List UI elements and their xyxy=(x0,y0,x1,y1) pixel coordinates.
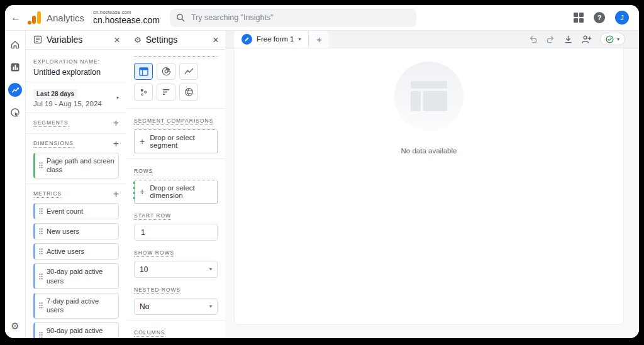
download-icon[interactable] xyxy=(564,35,573,44)
visualization-card: No data available xyxy=(234,48,624,325)
metric-chip-label: 30-day paid active users xyxy=(47,267,114,285)
drag-handle-icon[interactable] xyxy=(39,273,43,280)
add-tab-button[interactable]: + xyxy=(308,30,329,48)
show-rows-label: SHOW ROWS xyxy=(134,249,174,257)
browser-window: ← Analytics cn.hostease.com cn.hostease.… xyxy=(5,5,639,338)
metrics-section: METRICS + Event count New users Active u… xyxy=(26,184,126,338)
drag-handle-icon[interactable] xyxy=(39,162,43,168)
add-dimension-button[interactable]: + xyxy=(113,139,119,149)
metric-chip[interactable]: 90-day paid active users xyxy=(33,322,119,338)
chevron-down-icon[interactable]: ▾ xyxy=(298,36,301,42)
search-icon xyxy=(176,13,185,22)
segment-dropzone[interactable]: + Drop or select segment xyxy=(134,129,218,153)
segment-dropzone-label: Drop or select segment xyxy=(150,134,212,149)
undo-icon[interactable] xyxy=(528,35,538,44)
admin-gear-icon[interactable]: ⚙ xyxy=(11,320,19,332)
close-settings-icon[interactable]: × xyxy=(213,35,219,45)
metric-chip[interactable]: New users xyxy=(33,223,119,239)
metric-chip[interactable]: Event count xyxy=(33,203,119,219)
plus-icon: + xyxy=(140,187,145,196)
back-button[interactable]: ← xyxy=(5,12,26,23)
account-switcher[interactable]: cn.hostease.com cn.hostease.com xyxy=(93,10,160,25)
chevron-down-icon: ▾ xyxy=(116,95,119,101)
chevron-down-icon: ▾ xyxy=(209,304,212,309)
rows-dropzone[interactable]: + Drop or select dimension xyxy=(134,180,218,204)
metric-chip[interactable]: Active users xyxy=(33,243,119,260)
exploration-canvas: Free form 1 ▾ + xyxy=(225,30,639,338)
canvas-toolbar: ▾ xyxy=(528,30,625,48)
start-row-field xyxy=(134,224,218,241)
drag-handle-icon[interactable] xyxy=(39,332,43,338)
metric-chip-label: Active users xyxy=(47,247,84,256)
segments-section: SEGMENTS + xyxy=(26,113,126,134)
nav-reports-icon[interactable] xyxy=(8,60,22,74)
dimension-chip[interactable]: Page path and screen class xyxy=(33,153,119,178)
settings-panel-title: Settings xyxy=(146,35,178,45)
nav-home-icon[interactable] xyxy=(8,38,22,52)
rows-section: ROWS + Drop or select dimension START RO… xyxy=(126,159,225,320)
drag-handle-icon[interactable] xyxy=(39,302,43,309)
start-row-input[interactable] xyxy=(140,227,212,238)
columns-label: COLUMNS xyxy=(134,329,165,337)
apps-grid-icon[interactable] xyxy=(574,13,584,23)
variables-panel-header: Variables × xyxy=(26,30,126,50)
tab-label: Free form 1 xyxy=(257,35,294,43)
exploration-name-value[interactable]: Untitled exploration xyxy=(33,68,119,77)
share-add-user-icon[interactable] xyxy=(581,35,592,44)
nested-rows-value: No xyxy=(140,302,149,311)
start-row-label: START ROW xyxy=(134,212,171,220)
nested-rows-label: NESTED ROWS xyxy=(134,287,180,294)
date-range-picker[interactable]: Last 28 days Jul 19 - Aug 15, 2024 ▾ xyxy=(33,87,119,107)
edit-pencil-icon xyxy=(242,34,252,45)
drag-handle-icon[interactable] xyxy=(39,248,43,255)
viz-donut-button[interactable] xyxy=(157,63,175,80)
columns-section: COLUMNS + Drop or select dimension START… xyxy=(126,320,225,338)
empty-table-placeholder-icon xyxy=(394,62,464,131)
close-variables-icon[interactable]: × xyxy=(114,35,120,45)
viz-scatter-button[interactable] xyxy=(134,84,153,101)
variables-panel: Variables × EXPLORATION NAME: Untitled e… xyxy=(25,30,127,338)
empty-state-text: No data available xyxy=(401,147,457,155)
date-range-value: Jul 19 - Aug 15, 2024 xyxy=(33,100,102,107)
viz-table-button[interactable] xyxy=(134,63,153,80)
account-name: cn.hostease.com xyxy=(93,16,160,25)
dimension-chip-label: Page path and screen class xyxy=(47,156,114,175)
left-nav-rail: ⚙ xyxy=(5,30,25,338)
settings-panel: ⚙ Settings × xyxy=(126,30,226,338)
product-name: Analytics xyxy=(47,13,84,23)
variables-icon xyxy=(33,35,42,44)
avatar[interactable]: J xyxy=(615,11,629,25)
metric-chip-label: 90-day paid active users xyxy=(47,326,114,338)
metric-chip-label: New users xyxy=(47,227,79,236)
date-preset-chip: Last 28 days xyxy=(33,89,77,99)
metric-chip[interactable]: 30-day paid active users xyxy=(33,263,119,289)
viz-line-chart-button[interactable] xyxy=(179,63,198,80)
drag-handle-icon[interactable] xyxy=(39,228,43,234)
viz-bar-chart-button[interactable] xyxy=(157,84,175,101)
viz-geo-map-button[interactable] xyxy=(179,84,198,101)
add-segment-button[interactable]: + xyxy=(113,118,119,128)
nested-rows-select[interactable]: No ▾ xyxy=(134,298,218,315)
top-app-bar: ← Analytics cn.hostease.com cn.hostease.… xyxy=(5,5,639,31)
settings-gear-icon: ⚙ xyxy=(134,35,142,45)
metrics-label: METRICS xyxy=(33,190,62,198)
dimensions-label: DIMENSIONS xyxy=(33,140,74,148)
redo-icon[interactable] xyxy=(546,35,555,44)
search-bar[interactable] xyxy=(170,9,416,27)
nav-explore-icon[interactable] xyxy=(8,83,22,97)
metric-chip-label: Event count xyxy=(47,207,83,216)
metric-chip-label: 7-day paid active users xyxy=(47,297,114,315)
help-icon[interactable]: ? xyxy=(594,12,605,23)
add-metric-button[interactable]: + xyxy=(113,189,119,199)
rows-label: ROWS xyxy=(134,168,153,175)
topbar-actions: ? J xyxy=(574,11,639,25)
metric-chip[interactable]: 7-day paid active users xyxy=(33,293,119,319)
tab-free-form-1[interactable]: Free form 1 ▾ xyxy=(234,30,308,48)
search-input[interactable] xyxy=(190,13,410,23)
show-rows-select[interactable]: 10 ▾ xyxy=(134,261,218,278)
saved-status-button[interactable]: ▾ xyxy=(600,33,625,45)
plus-icon: + xyxy=(140,137,145,146)
show-rows-value: 10 xyxy=(140,265,148,274)
nav-advertising-icon[interactable] xyxy=(8,106,22,119)
drag-handle-icon[interactable] xyxy=(39,208,43,214)
